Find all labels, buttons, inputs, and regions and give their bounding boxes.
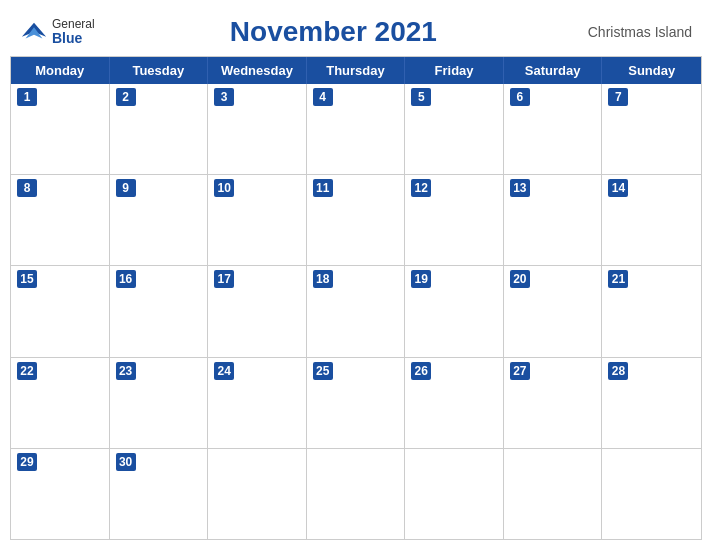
calendar-cell[interactable]: 23 — [110, 358, 209, 448]
calendar-cell[interactable]: 27 — [504, 358, 603, 448]
day-header-saturday: Saturday — [504, 57, 603, 84]
calendar-row: 15161718192021 — [11, 266, 701, 357]
day-number: 13 — [510, 179, 530, 197]
calendar-row: 1234567 — [11, 84, 701, 175]
calendar-cell[interactable]: 9 — [110, 175, 209, 265]
day-header-friday: Friday — [405, 57, 504, 84]
day-number: 16 — [116, 270, 136, 288]
day-number: 10 — [214, 179, 234, 197]
logo: General Blue — [20, 18, 95, 47]
calendar-cell[interactable] — [307, 449, 406, 539]
calendar-cell[interactable]: 3 — [208, 84, 307, 174]
calendar-cell[interactable]: 14 — [602, 175, 701, 265]
calendar: Monday Tuesday Wednesday Thursday Friday… — [10, 56, 702, 540]
calendar-cell[interactable]: 1 — [11, 84, 110, 174]
calendar-cell[interactable] — [602, 449, 701, 539]
calendar-cell[interactable]: 10 — [208, 175, 307, 265]
day-header-tuesday: Tuesday — [110, 57, 209, 84]
calendar-cell[interactable]: 20 — [504, 266, 603, 356]
calendar-cell[interactable]: 22 — [11, 358, 110, 448]
day-number: 1 — [17, 88, 37, 106]
calendar-cell[interactable]: 19 — [405, 266, 504, 356]
calendar-cell[interactable]: 24 — [208, 358, 307, 448]
calendar-cell[interactable]: 11 — [307, 175, 406, 265]
day-headers: Monday Tuesday Wednesday Thursday Friday… — [11, 57, 701, 84]
day-number: 28 — [608, 362, 628, 380]
day-number: 11 — [313, 179, 333, 197]
calendar-cell[interactable]: 6 — [504, 84, 603, 174]
calendar-region: Christmas Island — [572, 24, 692, 40]
day-number: 6 — [510, 88, 530, 106]
day-number: 19 — [411, 270, 431, 288]
day-number: 21 — [608, 270, 628, 288]
calendar-cell[interactable]: 5 — [405, 84, 504, 174]
calendar-body: 1234567891011121314151617181920212223242… — [11, 84, 701, 539]
calendar-row: 891011121314 — [11, 175, 701, 266]
calendar-cell[interactable] — [208, 449, 307, 539]
day-number: 29 — [17, 453, 37, 471]
day-number: 4 — [313, 88, 333, 106]
day-number: 26 — [411, 362, 431, 380]
day-number: 27 — [510, 362, 530, 380]
day-header-sunday: Sunday — [602, 57, 701, 84]
day-number: 15 — [17, 270, 37, 288]
day-number: 24 — [214, 362, 234, 380]
calendar-header: General Blue November 2021 Christmas Isl… — [10, 10, 702, 56]
logo-blue: Blue — [52, 31, 95, 46]
day-number: 5 — [411, 88, 431, 106]
day-number: 14 — [608, 179, 628, 197]
day-number: 3 — [214, 88, 234, 106]
day-number: 9 — [116, 179, 136, 197]
day-header-wednesday: Wednesday — [208, 57, 307, 84]
calendar-cell[interactable]: 16 — [110, 266, 209, 356]
day-number: 17 — [214, 270, 234, 288]
calendar-cell[interactable]: 21 — [602, 266, 701, 356]
day-number: 30 — [116, 453, 136, 471]
calendar-cell[interactable] — [504, 449, 603, 539]
calendar-cell[interactable]: 18 — [307, 266, 406, 356]
logo-bird-icon — [20, 18, 48, 46]
calendar-cell[interactable]: 29 — [11, 449, 110, 539]
calendar-cell[interactable]: 30 — [110, 449, 209, 539]
calendar-title: November 2021 — [95, 16, 572, 48]
calendar-cell[interactable] — [405, 449, 504, 539]
day-header-thursday: Thursday — [307, 57, 406, 84]
calendar-cell[interactable]: 7 — [602, 84, 701, 174]
calendar-cell[interactable]: 25 — [307, 358, 406, 448]
calendar-cell[interactable]: 13 — [504, 175, 603, 265]
calendar-cell[interactable]: 8 — [11, 175, 110, 265]
calendar-cell[interactable]: 4 — [307, 84, 406, 174]
calendar-cell[interactable]: 15 — [11, 266, 110, 356]
calendar-cell[interactable]: 26 — [405, 358, 504, 448]
day-header-monday: Monday — [11, 57, 110, 84]
calendar-cell[interactable]: 28 — [602, 358, 701, 448]
day-number: 12 — [411, 179, 431, 197]
calendar-row: 2930 — [11, 449, 701, 539]
day-number: 22 — [17, 362, 37, 380]
logo-text: General Blue — [52, 18, 95, 47]
day-number: 23 — [116, 362, 136, 380]
day-number: 2 — [116, 88, 136, 106]
day-number: 8 — [17, 179, 37, 197]
calendar-cell[interactable]: 12 — [405, 175, 504, 265]
day-number: 25 — [313, 362, 333, 380]
calendar-cell[interactable]: 17 — [208, 266, 307, 356]
calendar-row: 22232425262728 — [11, 358, 701, 449]
day-number: 20 — [510, 270, 530, 288]
logo-general: General — [52, 18, 95, 31]
day-number: 18 — [313, 270, 333, 288]
day-number: 7 — [608, 88, 628, 106]
calendar-cell[interactable]: 2 — [110, 84, 209, 174]
